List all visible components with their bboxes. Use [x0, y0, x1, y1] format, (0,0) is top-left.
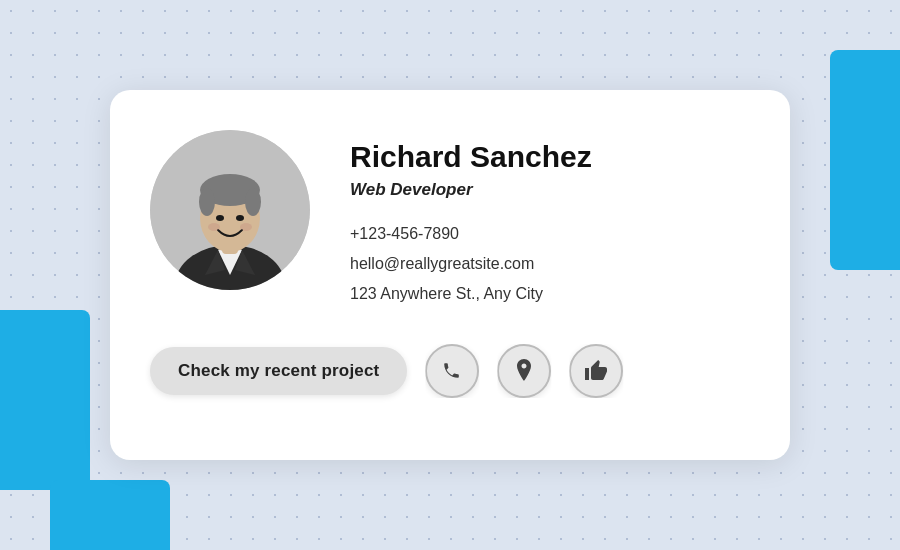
street-address: 123 Anywhere St., Any City [350, 282, 592, 306]
location-icon-button[interactable] [497, 344, 551, 398]
phone-number: +123-456-7890 [350, 222, 592, 246]
svg-point-9 [199, 188, 215, 216]
business-card: Richard Sanchez Web Developer +123-456-7… [110, 90, 790, 460]
contact-info: Richard Sanchez Web Developer +123-456-7… [350, 130, 592, 312]
svg-point-12 [236, 215, 244, 221]
blue-block-right-top [830, 50, 900, 270]
svg-point-10 [245, 188, 261, 216]
svg-point-14 [240, 223, 252, 231]
svg-point-13 [208, 223, 220, 231]
card-actions: Check my recent project [150, 344, 740, 398]
card-main-content: Richard Sanchez Web Developer +123-456-7… [150, 130, 740, 312]
svg-point-11 [216, 215, 224, 221]
location-icon [513, 358, 535, 384]
thumbsup-icon [584, 359, 608, 383]
thumbsup-icon-button[interactable] [569, 344, 623, 398]
avatar-image [150, 130, 310, 290]
person-title: Web Developer [350, 180, 592, 200]
email-address: hello@reallygreatsite.com [350, 252, 592, 276]
blue-block-left [0, 310, 90, 490]
person-name: Richard Sanchez [350, 140, 592, 174]
avatar [150, 130, 310, 290]
phone-icon-button[interactable] [425, 344, 479, 398]
cta-button[interactable]: Check my recent project [150, 347, 407, 395]
blue-block-bottom-left [50, 480, 170, 550]
phone-icon [440, 359, 464, 383]
